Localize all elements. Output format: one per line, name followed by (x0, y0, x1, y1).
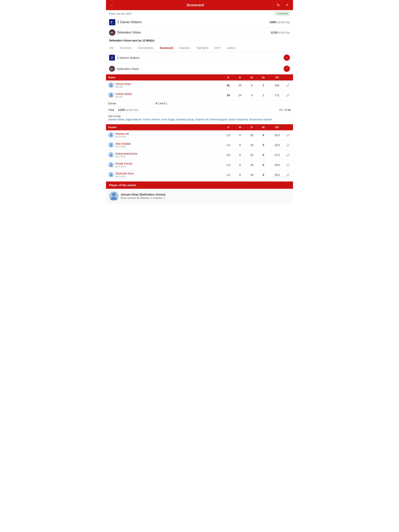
batting-col-sr: SR (269, 76, 285, 79)
total-label-value: Total 111/0 (6.3/10 Ov) (108, 108, 138, 111)
bowler5-info: Shahrukh Amin (w 0 nb 0) (108, 172, 223, 178)
svg-point-9 (110, 153, 112, 155)
innings1-team: Z Games Strikers (117, 56, 140, 59)
innings2-left: DV Defenders Vision (109, 66, 139, 72)
bowler3-o: 2.0 (223, 153, 234, 157)
team2-name: Defenders Vision (117, 31, 141, 34)
rr-value: 17.08 (284, 108, 291, 111)
bowler4-chart-icon[interactable]: 📈 (285, 163, 291, 166)
svg-point-5 (110, 83, 112, 85)
bowler3-er: 11.5 (269, 153, 285, 157)
batting-table-header: Batter R B 4s 6s SR (106, 74, 293, 80)
innings2-expand-btn[interactable]: ⌃ (284, 66, 290, 72)
batter2-r: 24 (223, 94, 234, 97)
batter1-avatar (108, 82, 114, 88)
bowler2-name: Irfan Khattak (115, 142, 131, 145)
bowling-col-er: ER (269, 126, 285, 129)
svg-point-8 (110, 144, 112, 145)
bowler5-detail: (w 0 nb 0) (115, 175, 134, 178)
team1-logo: Z (109, 19, 115, 25)
bowler1-m: 0 (234, 133, 246, 137)
batter2-info: Farhan Babar not out (108, 92, 223, 98)
share-icon[interactable]: ↗ (284, 3, 290, 7)
bowler4-er: 19.3 (269, 163, 285, 166)
tab-analytics[interactable]: Analytics (176, 44, 193, 52)
total-row: Total 111/0 (6.3/10 Ov) RR: 17.08 (106, 107, 293, 113)
bowler2-chart-icon[interactable]: 📈 (285, 144, 291, 147)
bowler1-chart-icon[interactable]: 📈 (285, 133, 291, 137)
bowling-col-w: W (257, 126, 269, 129)
tab-gallery[interactable]: Gallery (224, 44, 238, 52)
bowler1-r: 25 (246, 133, 257, 137)
match-date: Final | Jun 25, 2023 (109, 12, 131, 15)
bowler3-avatar (108, 152, 114, 158)
batter1-chart-icon[interactable]: 📈 (285, 84, 291, 87)
run-rate: RR: 17.08 (279, 108, 291, 111)
batter2-avatar (108, 92, 114, 98)
potm-header: Player of the match (106, 182, 293, 189)
batter2-b: 14 (234, 94, 246, 97)
extras-row: Extras 6 ( wd 6 ) (106, 100, 293, 107)
bowler4-w: 0 (257, 163, 269, 166)
status-badge: Completed (275, 12, 290, 16)
batter1-sr: 324 (269, 84, 285, 87)
batter1-name[interactable]: Usman Khan (115, 82, 131, 85)
bowler5-avatar (108, 172, 114, 177)
innings2-logo: DV (109, 66, 115, 72)
extras-label: Extras (108, 102, 116, 105)
bowler5-w: 0 (257, 173, 269, 177)
back-icon[interactable]: ← (109, 3, 115, 7)
bowler-row-4: Ronak Panoly (w 0 nb 0) 1.3 0 29 0 19.3 … (106, 160, 293, 170)
tab-scorecard[interactable]: Scorecard (156, 44, 176, 52)
innings1-expand-btn[interactable]: › (284, 55, 290, 61)
bowler4-avatar (108, 162, 114, 167)
batter1-b: 25 (234, 84, 246, 87)
bowler5-chart-icon[interactable]: 📈 (285, 173, 291, 177)
batter1-6s: 9 (257, 84, 269, 87)
tab-mvp[interactable]: MVP (211, 44, 224, 52)
bowler5-o: 1.0 (223, 173, 234, 177)
bowler1-o: 1.0 (223, 133, 234, 137)
bowler3-chart-icon[interactable]: 📈 (285, 153, 291, 157)
bowling-col-chart (285, 126, 291, 129)
team2-score: 111/0 (6.3/10 Ov) (270, 31, 290, 34)
batter2-chart-icon[interactable]: 📈 (285, 94, 291, 97)
bowler2-r: 15 (246, 144, 257, 147)
tab-summary[interactable]: Summary (117, 44, 135, 52)
bowler3-detail: (w 0 nb 0) (115, 155, 138, 158)
bowler-rows: Mubeen Ali (w 6 nb 0) 1.0 0 25 0 25.0 📈 … (106, 130, 293, 180)
batter2-4s: 3 (246, 94, 257, 97)
batter2-name[interactable]: Farhan Babar (115, 92, 132, 95)
batter1-details: Usman Khan not out (115, 82, 131, 88)
potm-avatar (109, 191, 118, 201)
bowler1-info: Mubeen Ali (w 6 nb 0) (108, 132, 223, 138)
batter1-4s: 4 (246, 84, 257, 87)
tab-bar: Info Summary Commentary Scorecard Analyt… (106, 44, 293, 52)
bowler3-m: 0 (234, 153, 246, 157)
svg-point-6 (110, 94, 112, 95)
innings2-team: Defenders Vision (117, 67, 139, 70)
tab-info[interactable]: Info (106, 44, 117, 52)
innings1-row[interactable]: Z Z Games Strikers › (106, 52, 293, 63)
bowler2-detail: (w 0 nb 0) (115, 145, 131, 148)
svg-point-10 (110, 163, 112, 165)
refresh-icon[interactable]: ↻ (275, 3, 281, 7)
potm-stats: Runs Scored: 81 Wickets: 0 Catches: 1 (121, 196, 165, 199)
bowler2-o: 1.0 (223, 144, 234, 147)
tab-commentary[interactable]: Commentary (135, 44, 156, 52)
batter1-r: 81 (223, 84, 234, 87)
svg-text:Z: Z (111, 21, 112, 24)
dnb-players: Salman Babar, Sajjad Malook, Farhan Ahme… (108, 118, 291, 121)
team1-name: Z Games Strikers (117, 20, 142, 24)
bowler1-er: 25.0 (269, 133, 285, 137)
bowling-table-header: Bowler O M R W ER (106, 124, 293, 130)
tab-highlights[interactable]: Highlights (193, 44, 211, 52)
team1-score: 109/5 (10.0/10 Ov) (269, 21, 290, 24)
batting-col-4s: 4s (246, 76, 257, 79)
batting-col-r: R (223, 76, 234, 79)
bowler4-o: 1.3 (223, 163, 234, 166)
innings2-row[interactable]: DV Defenders Vision ⌃ (106, 63, 293, 74)
bowler1-w: 0 (257, 133, 269, 137)
bowler5-er: 19.0 (269, 173, 285, 177)
match-result: Defenders Vision won by 10 Wkt(s) (106, 38, 293, 44)
